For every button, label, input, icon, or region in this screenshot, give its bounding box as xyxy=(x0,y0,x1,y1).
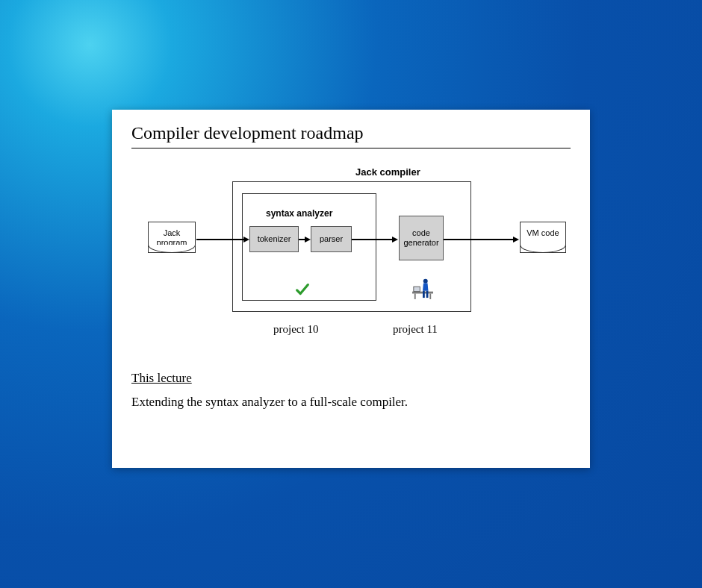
output-doc-label: VM code xyxy=(526,228,559,238)
project-11-label: project 11 xyxy=(393,323,438,336)
lecture-heading: This lecture xyxy=(131,371,571,386)
input-document: Jack program xyxy=(148,222,196,253)
svg-point-4 xyxy=(423,279,428,284)
code-generator-box: code generator xyxy=(399,216,444,260)
slide-container: Compiler development roadmap Jack compil… xyxy=(112,110,590,468)
arrow-line xyxy=(444,239,515,240)
code-generator-label: code generator xyxy=(403,228,438,248)
arrow-head-icon xyxy=(513,237,519,243)
diagram-area: Jack compiler syntax analyzer Jack progr… xyxy=(131,162,571,356)
arrow-head-icon xyxy=(305,237,311,243)
project-10-label: project 10 xyxy=(273,323,318,336)
svg-rect-2 xyxy=(414,293,416,298)
svg-rect-5 xyxy=(423,291,425,298)
svg-rect-6 xyxy=(426,291,429,298)
arrow-line xyxy=(196,239,245,240)
compiler-box-label: Jack compiler xyxy=(355,166,420,178)
slide-title: Compiler development roadmap xyxy=(131,123,571,148)
lecture-body: Extending the syntax analyzer to a full-… xyxy=(131,393,571,411)
svg-rect-0 xyxy=(414,287,420,292)
output-document: VM code xyxy=(520,222,566,253)
input-doc-label: Jack program xyxy=(149,228,195,248)
tokenizer-box: tokenizer xyxy=(249,226,299,252)
arrow-head-icon xyxy=(243,237,249,243)
arrow-line xyxy=(352,239,394,240)
person-at-desk-icon xyxy=(412,275,433,301)
checkmark-icon xyxy=(294,281,311,298)
svg-rect-3 xyxy=(429,293,431,298)
arrow-head-icon xyxy=(392,237,398,243)
parser-box: parser xyxy=(311,226,352,252)
